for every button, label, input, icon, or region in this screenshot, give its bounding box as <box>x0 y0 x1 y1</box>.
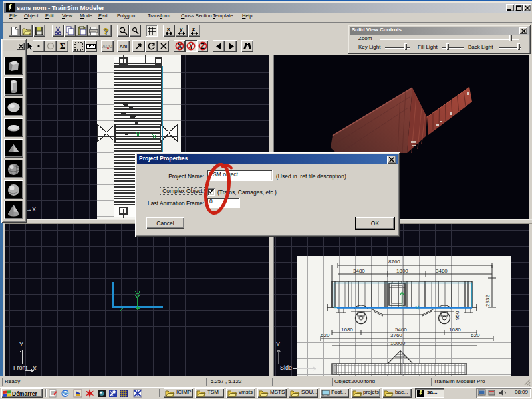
svg-text:z: z <box>192 27 195 32</box>
svg-text:620: 620 <box>321 332 330 338</box>
svg-text:5400: 5400 <box>395 327 407 332</box>
svg-text:3760: 3760 <box>390 332 402 338</box>
svg-text:Front: Front <box>13 364 28 371</box>
svg-text:Y: Y <box>276 341 280 348</box>
svg-text:950: 950 <box>454 311 460 320</box>
svg-text:→X: →X <box>26 206 36 213</box>
svg-text:8760: 8760 <box>388 259 400 265</box>
svg-text:1680: 1680 <box>341 327 353 332</box>
svg-text:3480: 3480 <box>353 268 365 274</box>
svg-text:x: x <box>167 27 170 32</box>
svg-text:10000: 10000 <box>390 340 406 346</box>
svg-text:620: 620 <box>471 332 480 338</box>
svg-text:y: y <box>180 27 183 32</box>
svg-text:3480: 3480 <box>436 268 448 274</box>
svg-text:Side: Side <box>280 364 292 371</box>
svg-text:1680: 1680 <box>449 327 461 332</box>
svg-text:Y: Y <box>19 341 23 348</box>
svg-text:2932: 2932 <box>485 295 491 307</box>
